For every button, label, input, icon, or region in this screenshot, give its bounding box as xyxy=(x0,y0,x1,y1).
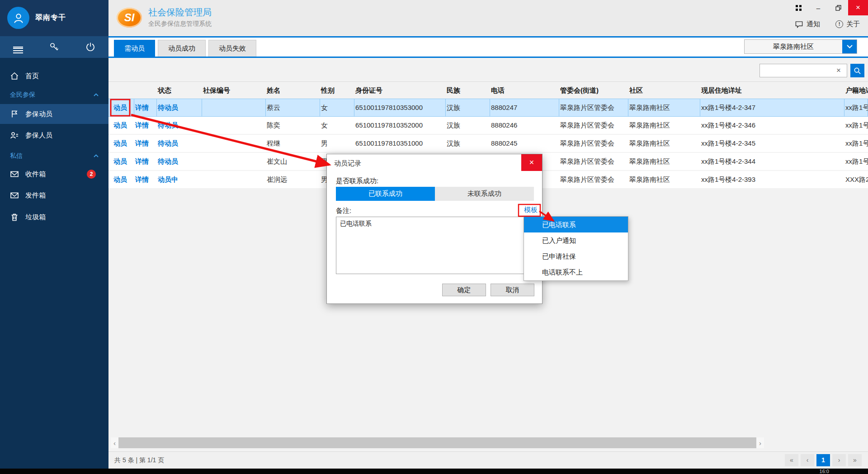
scrollbar-thumb[interactable] xyxy=(118,437,756,448)
hamburger-menu-icon[interactable] xyxy=(0,45,36,49)
cell-phone: 8880246 xyxy=(490,117,559,134)
tab-mobilize-success[interactable]: 动员成功 xyxy=(158,40,206,57)
minimize-button[interactable]: – xyxy=(808,0,828,15)
cell-ssn xyxy=(202,171,266,188)
sidebar-item-label: 收件箱 xyxy=(25,164,46,184)
page-prev-button[interactable]: ‹ xyxy=(801,454,814,466)
sidebar-item-insured-persons[interactable]: 参保人员 xyxy=(0,125,108,145)
table-row[interactable]: 动员详情待动员陈奕女651001197810352000汉族8880246翠泉路… xyxy=(108,117,868,135)
detail-link[interactable]: 详情 xyxy=(134,171,157,188)
scroll-right-icon[interactable]: › xyxy=(756,439,764,447)
template-option-applied[interactable]: 已申请社保 xyxy=(524,248,628,264)
cell-name: 崔文山 xyxy=(266,153,320,170)
cell-committee: 翠泉路片区管委会 xyxy=(559,171,628,188)
search-button[interactable] xyxy=(850,64,864,77)
close-button[interactable]: × xyxy=(848,0,868,15)
template-option-phone-contacted[interactable]: 已电话联系 xyxy=(524,217,628,232)
cancel-button[interactable]: 取消 xyxy=(491,284,534,296)
cell-address: xx路1号楼4-2-345 xyxy=(700,135,844,152)
cell-name: 陈奕 xyxy=(266,117,320,134)
cell-hukou-address: xx路1号 xyxy=(844,153,868,170)
column-header: 电话 xyxy=(490,82,559,99)
column-header: 身份证号 xyxy=(354,82,446,99)
column-header xyxy=(134,82,157,99)
note-label: 备注: xyxy=(336,207,351,215)
contacted-success-button[interactable]: 已联系成功 xyxy=(336,187,435,201)
restore-button[interactable] xyxy=(828,0,848,15)
mobilization-record-dialog: 动员记录 × 是否联系成功: 已联系成功 未联系成功 备注: 模板 已电话联系 … xyxy=(326,154,542,304)
confirm-button[interactable]: 确定 xyxy=(442,284,486,296)
cell-phone: 8880245 xyxy=(490,135,559,152)
scroll-left-icon[interactable]: ‹ xyxy=(111,439,118,447)
cell-community: 翠泉路南社区 xyxy=(628,117,700,134)
key-icon[interactable] xyxy=(36,42,72,52)
column-header: 社区 xyxy=(628,82,700,99)
mobilize-link[interactable]: 动员 xyxy=(108,153,134,170)
sidebar-item-outbox[interactable]: 发件箱 xyxy=(0,185,108,205)
mobilize-link[interactable]: 动员 xyxy=(108,135,134,152)
detail-link[interactable]: 详情 xyxy=(134,99,157,116)
power-icon[interactable] xyxy=(72,42,108,52)
detail-link[interactable]: 详情 xyxy=(134,117,157,134)
mobilize-link[interactable]: 动员 xyxy=(108,117,134,134)
column-header: 姓名 xyxy=(266,82,320,99)
cell-status: 待动员 xyxy=(157,117,202,134)
people-icon xyxy=(10,131,19,140)
search-icon xyxy=(854,67,861,75)
person-icon xyxy=(12,12,25,24)
table-header-row: 状态社保编号姓名性别身份证号民族电话管委会(街道)社区现居住地详址户籍地详址 xyxy=(108,81,868,99)
sidebar-item-inbox[interactable]: 收件箱 2 xyxy=(0,164,108,184)
about-link[interactable]: ! 关于 xyxy=(835,20,860,28)
sidebar-section-private-message[interactable]: 私信 xyxy=(0,147,108,164)
sidebar-item-trash[interactable]: 垃圾箱 xyxy=(0,207,108,227)
cell-address: xx路1号楼4-2-346 xyxy=(700,117,844,134)
cell-status: 待动员 xyxy=(157,135,202,152)
app-header: SI 社会保险管理局 全民参保信息管理系统 – × 通知 ! 关于 xyxy=(108,0,868,36)
template-link[interactable]: 模板 xyxy=(524,206,538,214)
pager: « ‹ 1 › » xyxy=(785,454,862,466)
dialog-title: 动员记录 xyxy=(334,159,361,168)
trash-icon xyxy=(10,213,19,222)
sidebar-item-label: 参保动员 xyxy=(25,104,52,124)
sidebar-item-mobilization[interactable]: 参保动员 xyxy=(0,104,108,124)
detail-link[interactable]: 详情 xyxy=(134,135,157,152)
template-option-home-notified[interactable]: 已入户通知 xyxy=(524,232,628,248)
cell-gender: 女 xyxy=(320,99,354,116)
cell-address: xx路1号楼4-2-393 xyxy=(700,171,844,188)
table-row[interactable]: 动员详情待动员程继男651001197810351000汉族8880245翠泉路… xyxy=(108,135,868,153)
sidebar: 翠南专干 首页 全民参保 xyxy=(0,0,108,474)
cell-status: 动员中 xyxy=(157,171,202,188)
community-select[interactable]: 翠泉路南社区 xyxy=(744,39,857,54)
cell-name: 崔润远 xyxy=(266,171,320,188)
note-textarea[interactable]: 已电话联系 xyxy=(336,217,534,274)
notifications-link[interactable]: 通知 xyxy=(795,20,820,28)
column-header: 管委会(街道) xyxy=(559,82,628,99)
cell-status: 待动员 xyxy=(157,99,202,116)
sidebar-item-label: 首页 xyxy=(25,66,39,86)
template-option-unreachable[interactable]: 电话联系不上 xyxy=(524,264,628,280)
clear-search-icon[interactable]: × xyxy=(834,66,844,76)
page-next-button[interactable]: › xyxy=(832,454,846,466)
table-row[interactable]: 动员详情待动员蔡云女651001197810353000汉族8880247翠泉路… xyxy=(108,99,868,117)
mobilize-link[interactable]: 动员 xyxy=(108,99,134,116)
cell-ethnicity: 汉族 xyxy=(446,117,490,134)
sidebar-item-home[interactable]: 首页 xyxy=(0,66,108,86)
mobilize-link[interactable]: 动员 xyxy=(108,171,134,188)
cell-name: 蔡云 xyxy=(266,99,320,116)
detail-link[interactable]: 详情 xyxy=(134,153,157,170)
tab-need-mobilize[interactable]: 需动员 xyxy=(114,40,155,57)
inbox-unread-badge: 2 xyxy=(87,170,96,179)
dialog-close-icon[interactable]: × xyxy=(521,154,542,171)
sidebar-section-universal-insurance[interactable]: 全民参保 xyxy=(0,86,108,103)
column-header: 社保编号 xyxy=(202,82,266,99)
cell-ssn xyxy=(202,135,266,152)
cell-status: 待动员 xyxy=(157,153,202,170)
page-first-button[interactable]: « xyxy=(785,454,798,466)
horizontal-scrollbar[interactable]: ‹ › xyxy=(111,437,764,448)
grid-apps-icon[interactable] xyxy=(788,0,808,15)
taskbar-clock: 16:0 xyxy=(820,469,829,474)
page-last-button[interactable]: » xyxy=(848,454,862,466)
page-number-button[interactable]: 1 xyxy=(816,454,830,466)
tab-mobilize-expired[interactable]: 动员失效 xyxy=(208,40,256,57)
contacted-fail-button[interactable]: 未联系成功 xyxy=(435,187,534,201)
